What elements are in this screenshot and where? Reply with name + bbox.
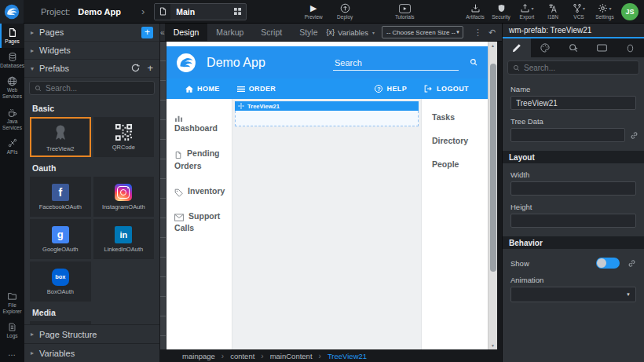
preview-button[interactable]: Preview	[302, 0, 325, 24]
more-tools-icon[interactable]	[470, 27, 485, 38]
show-toggle[interactable]	[596, 258, 620, 269]
tab-design[interactable]: Design	[165, 24, 208, 41]
rail-item-pages[interactable]: Pages	[0, 24, 24, 48]
prefab-search[interactable]	[29, 81, 155, 95]
breadcrumb-maincontent[interactable]: mainContent	[270, 352, 313, 360]
tab-script[interactable]: Script	[252, 24, 291, 41]
vcs-button[interactable]: VCS	[567, 0, 591, 24]
import-prefab-button[interactable]	[147, 64, 153, 73]
tab-markup[interactable]: Markup	[207, 24, 252, 41]
triangle-right-icon	[31, 29, 34, 36]
side-nav-dashboard[interactable]: Dashboard	[174, 111, 227, 134]
scrollbar-thumb[interactable]	[490, 64, 496, 272]
caret-down-icon	[531, 5, 533, 11]
nav-help[interactable]: HELP	[375, 85, 407, 93]
user-avatar[interactable]: JS	[621, 3, 639, 20]
prefab-tile-treeview2[interactable]: TreeView2	[30, 117, 91, 157]
bind-link-icon[interactable]	[628, 259, 636, 268]
breadcrumb-mainpage[interactable]: mainpage	[182, 352, 215, 360]
prefabs-section-header[interactable]: Prefabs	[24, 60, 159, 78]
bind-link-icon[interactable]	[630, 131, 639, 140]
rail-item-java-services[interactable]: Java Services	[0, 104, 24, 134]
widgets-section-header[interactable]: Widgets	[24, 42, 159, 60]
tab-properties[interactable]	[503, 38, 531, 57]
page-structure-section[interactable]: Page Structure	[24, 324, 159, 343]
height-field[interactable]	[510, 214, 636, 228]
right-nav-tasks[interactable]: Tasks	[432, 112, 488, 122]
variables-button[interactable]: {x} Variables	[327, 28, 375, 37]
prefab-tile-facebook-oauth[interactable]: f FacebookOAuth	[30, 177, 91, 217]
side-nav-support-calls[interactable]: Support Calls	[174, 210, 227, 234]
group-title-media: Media	[24, 302, 159, 320]
rail-item-apis[interactable]: APIs	[0, 134, 24, 159]
tab-events[interactable]	[559, 38, 587, 57]
settings-button[interactable]: Settings	[593, 0, 617, 24]
name-field[interactable]	[510, 96, 636, 110]
shield-icon	[497, 3, 506, 13]
more-options-icon[interactable]	[0, 342, 24, 362]
tab-styles[interactable]	[531, 38, 559, 57]
screen-size-select[interactable]: -- Choose Screen Size --	[382, 26, 463, 38]
upload-tray-icon	[520, 3, 533, 13]
rail-item-web-services[interactable]: Web Services	[0, 72, 24, 103]
tab-device[interactable]	[587, 38, 616, 57]
prefab-tile-google-oauth[interactable]: g GoogleOAuth	[30, 219, 91, 259]
top-bar: Project:Demo App Main Preview Deploy	[0, 0, 644, 24]
tutorials-button[interactable]: Tutorials	[393, 0, 416, 24]
refresh-icon[interactable]	[131, 64, 140, 74]
group-title-basic: Basic	[24, 98, 159, 116]
nav-logout[interactable]: LOGOUT	[424, 85, 469, 93]
i18n-button[interactable]: I18N	[541, 0, 565, 24]
prefab-tile-box-oauth[interactable]: box BoxOAuth	[30, 261, 91, 302]
breadcrumb-treeview21[interactable]: TreeView21	[327, 352, 367, 360]
artifacts-button[interactable]: Artifacts	[463, 0, 487, 24]
deploy-button[interactable]: Deploy	[333, 0, 357, 24]
variables-section[interactable]: Variables	[24, 343, 159, 362]
treeview-widget-label: TreeView21	[247, 103, 280, 110]
prefab-search-input[interactable]	[46, 84, 149, 93]
nav-home-label: HOME	[197, 85, 220, 93]
tree-data-field[interactable]	[510, 128, 625, 142]
add-page-button[interactable]	[141, 27, 153, 38]
width-field[interactable]	[510, 181, 636, 196]
tab-outline[interactable]	[616, 38, 644, 57]
undo-button[interactable]	[485, 27, 499, 38]
canvas-scrollbar[interactable]	[488, 42, 497, 349]
security-button[interactable]: Security	[489, 0, 513, 24]
tab-style[interactable]: Style	[291, 24, 326, 41]
side-nav-inventory[interactable]: Inventory	[174, 185, 227, 197]
right-nav-directory[interactable]: Directory	[432, 136, 488, 145]
export-button[interactable]: Export	[515, 0, 539, 24]
scroll-down-arrow[interactable]	[488, 343, 497, 348]
scroll-up-arrow[interactable]	[488, 43, 497, 48]
breadcrumb-content[interactable]: content	[230, 352, 254, 360]
treeview-widget-body[interactable]	[235, 111, 419, 126]
prefab-tile-linkedin-oauth[interactable]: in LinkedInOAuth	[93, 219, 155, 259]
preview-search-input[interactable]	[333, 57, 459, 70]
caret-down-icon	[609, 5, 611, 11]
prefab-tile-instagram-oauth[interactable]: InstagramOAuth	[93, 177, 155, 217]
ring-icon	[626, 43, 635, 53]
rail-item-databases[interactable]: Databases	[0, 48, 24, 72]
treeview-widget-handle[interactable]: TreeView21	[235, 101, 419, 111]
prefab-tile-qrcode[interactable]: QRCode	[93, 117, 155, 157]
side-nav-pending-orders[interactable]: Pending Orders	[174, 148, 227, 171]
preview-search-field[interactable]	[333, 55, 459, 71]
preview-app-header[interactable]: Demo App	[166, 46, 488, 79]
search-icon[interactable]	[470, 55, 478, 69]
download-tray-icon	[470, 3, 481, 13]
pages-section-header[interactable]: Pages	[24, 24, 159, 42]
wavemaker-logo[interactable]	[0, 0, 24, 24]
show-field-label: Show	[510, 259, 596, 268]
animation-select[interactable]	[510, 287, 636, 302]
properties-search-input[interactable]	[524, 64, 634, 72]
nav-order[interactable]: ORDER	[237, 85, 276, 93]
nav-home[interactable]: HOME	[185, 85, 220, 93]
facebook-icon: f	[52, 184, 69, 201]
rail-item-logs[interactable]: Logs	[0, 318, 24, 342]
properties-search[interactable]	[507, 60, 639, 75]
right-nav-people[interactable]: People	[432, 159, 488, 169]
page-selector[interactable]: Main	[154, 3, 247, 20]
rail-item-file-explorer[interactable]: File Explorer	[0, 287, 24, 318]
left-panel: Pages Widgets Prefabs Basic	[24, 24, 160, 362]
